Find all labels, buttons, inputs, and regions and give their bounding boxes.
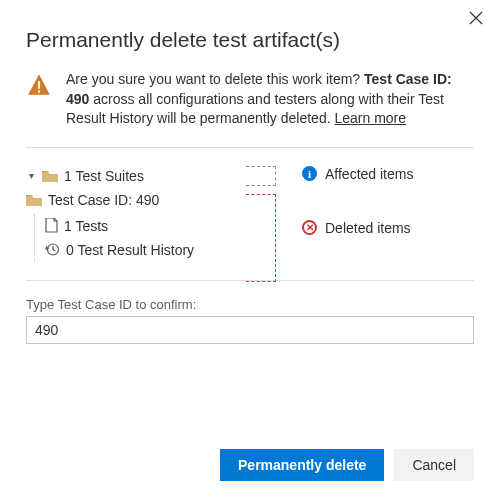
suite-folder-icon [42, 169, 58, 183]
body-section: ▾ 1 Test Suites Test Case ID: 490 1 Test… [26, 164, 474, 262]
tree-tests-row[interactable]: 1 Tests [45, 214, 236, 238]
tree-tests-label: 1 Tests [64, 218, 108, 234]
confirm-input[interactable] [26, 316, 474, 344]
info-icon: i [302, 166, 317, 181]
legend-deleted-label: Deleted items [325, 220, 411, 236]
dialog-footer: Permanently delete Cancel [220, 449, 474, 481]
legend-affected-label: Affected items [325, 166, 413, 182]
svg-rect-0 [38, 81, 40, 89]
cancel-button[interactable]: Cancel [394, 449, 474, 481]
legend-affected: i Affected items [302, 166, 474, 182]
close-button[interactable] [464, 6, 488, 30]
chevron-down-icon: ▾ [26, 170, 36, 181]
warning-prefix: Are you sure you want to delete this wor… [66, 71, 364, 87]
error-icon: ✕ [302, 220, 317, 235]
svg-rect-1 [38, 90, 40, 92]
bracket-affected [246, 166, 276, 186]
close-icon [469, 11, 483, 25]
learn-more-link[interactable]: Learn more [334, 110, 406, 126]
tree-suites-label: 1 Test Suites [64, 168, 144, 184]
warning-section: Are you sure you want to delete this wor… [26, 70, 474, 129]
history-icon [45, 242, 60, 257]
delete-artifacts-dialog: Permanently delete test artifact(s) Are … [0, 0, 500, 501]
tree-sub: 1 Tests 0 Test Result History [34, 214, 236, 262]
confirm-label: Type Test Case ID to confirm: [26, 297, 474, 312]
bracket-deleted [246, 194, 276, 282]
tree-history-row[interactable]: 0 Test Result History [45, 238, 236, 262]
legend-column: i Affected items ✕ Deleted items [296, 164, 474, 262]
permanently-delete-button[interactable]: Permanently delete [220, 449, 384, 481]
legend-deleted: ✕ Deleted items [302, 220, 474, 236]
bracket-column [246, 164, 286, 262]
tree-case-label: Test Case ID: 490 [48, 192, 159, 208]
warning-text: Are you sure you want to delete this wor… [66, 70, 474, 129]
case-folder-icon [26, 193, 42, 207]
artifact-tree: ▾ 1 Test Suites Test Case ID: 490 1 Test… [26, 164, 236, 262]
dialog-title: Permanently delete test artifact(s) [26, 28, 474, 52]
separator [26, 147, 474, 148]
warning-icon [26, 72, 52, 129]
tree-case-row[interactable]: Test Case ID: 490 [26, 188, 236, 212]
tree-history-label: 0 Test Result History [66, 242, 194, 258]
tree-suites-row[interactable]: ▾ 1 Test Suites [26, 164, 236, 188]
page-icon [45, 218, 58, 233]
